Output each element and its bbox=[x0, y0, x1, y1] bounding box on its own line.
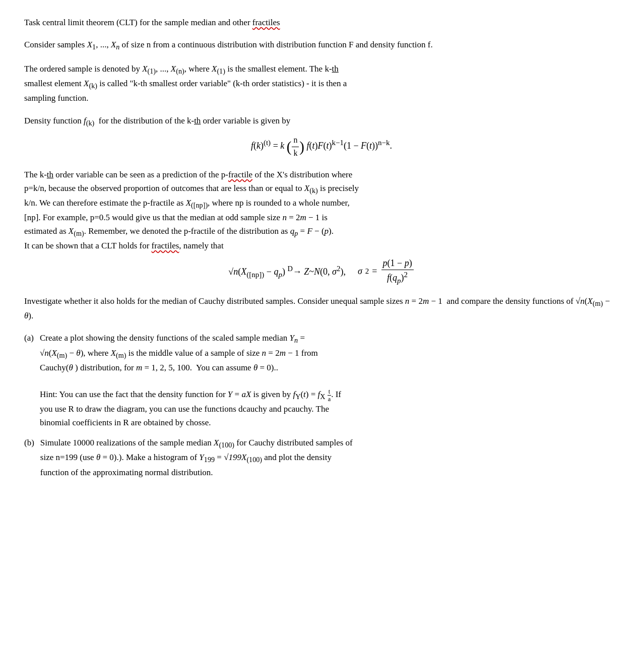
para4-block: The k-th order variable can be seen as a… bbox=[24, 168, 619, 286]
item-a-line1: Create a plot showing the density functi… bbox=[40, 332, 619, 374]
para4-text: The k-th order variable can be seen as a… bbox=[24, 168, 619, 252]
item-b-label: (b) bbox=[24, 436, 34, 479]
para5-text: Investigate whether it also holds for th… bbox=[24, 295, 619, 323]
para2-text: The ordered sample is denoted by X(1), .… bbox=[24, 62, 619, 105]
para1-text: Consider samples X1, ..., Xn of size n f… bbox=[24, 38, 619, 53]
para3-block: Density function f(k) for the distributi… bbox=[24, 114, 619, 159]
para1-block: Consider samples X1, ..., Xn of size n f… bbox=[24, 38, 619, 53]
para3-text: Density function f(k) for the distributi… bbox=[24, 114, 619, 129]
fractiles-underlined: fractiles bbox=[252, 18, 280, 27]
formula1: f(k)(t) = k (nk) f(t)F(t)k−1(1 − F(t))n−… bbox=[24, 134, 619, 159]
item-a-content: Create a plot showing the density functi… bbox=[40, 332, 619, 429]
item-b-text: Simulate 10000 realizations of the sampl… bbox=[40, 436, 619, 479]
item-b-content: Simulate 10000 realizations of the sampl… bbox=[40, 436, 619, 479]
page-title: Task central limit theorem (CLT) for the… bbox=[24, 16, 619, 29]
page: Task central limit theorem (CLT) for the… bbox=[24, 16, 619, 479]
formula2-clt: √n(X([np]) − qp) D→ Z~N(0, σ2), σ2 = p(1… bbox=[24, 257, 619, 285]
item-a-label: (a) bbox=[24, 332, 34, 429]
para2-block: The ordered sample is denoted by X(1), .… bbox=[24, 62, 619, 105]
para5-block: Investigate whether it also holds for th… bbox=[24, 295, 619, 323]
item-a: (a) Create a plot showing the density fu… bbox=[24, 332, 619, 429]
item-a-hint: Hint: You can use the fact that the dens… bbox=[40, 388, 619, 403]
item-a-hint-line2: you use R to draw the diagram, you can u… bbox=[40, 403, 619, 429]
item-b: (b) Simulate 10000 realizations of the s… bbox=[24, 436, 619, 479]
title-block: Task central limit theorem (CLT) for the… bbox=[24, 16, 619, 29]
